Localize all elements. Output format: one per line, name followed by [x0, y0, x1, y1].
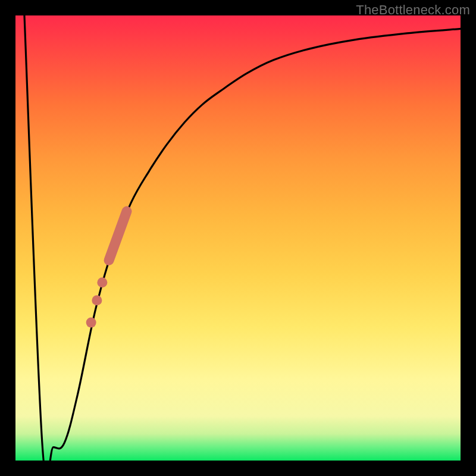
marker-segment [109, 211, 127, 260]
watermark-text: TheBottleneck.com [356, 2, 470, 18]
marker-dots [86, 277, 108, 327]
chart-stage: TheBottleneck.com [0, 0, 476, 476]
plot-area [15, 15, 461, 461]
marker-dot [92, 295, 102, 305]
marker-dot [97, 277, 107, 287]
main-curve [24, 15, 461, 476]
marker-dot [86, 318, 96, 328]
chart-svg [15, 15, 461, 461]
